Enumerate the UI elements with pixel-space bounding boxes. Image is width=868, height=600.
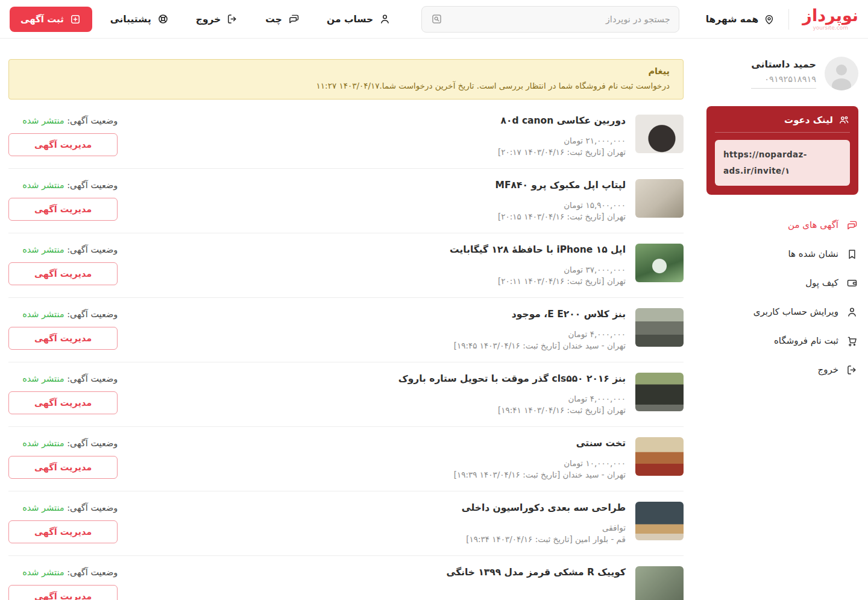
- listing-title[interactable]: اپل iPhone ۱۵ با حافظهٔ ۱۲۸ گیگابایت: [450, 244, 626, 255]
- invite-link-title: لینک دعوت: [784, 115, 833, 125]
- manage-ad-button[interactable]: مدیریت آگهی: [8, 198, 118, 221]
- listing-price: ۴,۰۰۰,۰۰۰ تومان: [398, 394, 626, 403]
- listing-thumbnail[interactable]: [635, 437, 684, 476]
- banner-title: پیغام: [22, 66, 670, 76]
- listing-row: لپتاپ اپل مکبوک پرو MF۸۴۰ ۱۵,۹۰۰,۰۰۰ توم…: [8, 169, 684, 233]
- location-pin-icon: [763, 13, 775, 25]
- listing-status: وضعیت آگهی: منتشر شده: [22, 438, 118, 448]
- listing-thumbnail[interactable]: [635, 308, 684, 347]
- sidebar-item-label: ثبت نام فروشگاه: [774, 335, 838, 346]
- listing-title[interactable]: بنز ۲۰۱۶ cls۵۵۰ گذر موقت با تحویل ستاره …: [398, 373, 626, 384]
- post-ad-button-label: ثبت آگهی: [20, 14, 64, 25]
- message-banner: پیغام درخواست ثبت نام فروشگاه شما در انت…: [8, 59, 684, 99]
- listing-thumbnail[interactable]: [635, 244, 684, 282]
- listing-row: بنز کلاس E E۲۰۰، موجود ۴,۰۰۰,۰۰۰ تومان ت…: [8, 298, 684, 362]
- listing-row: طراحی سه بعدی دکوراسیون داخلی توافقی قم …: [8, 491, 684, 556]
- person-icon: [379, 13, 391, 25]
- listing-row: دوربین عکاسی ۸۰d canon ۲۱,۰۰۰,۰۰۰ تومان …: [8, 104, 684, 169]
- sidebar-item-edit-account[interactable]: ویرایش حساب کاربری: [706, 297, 858, 326]
- invite-people-icon: [838, 114, 850, 126]
- brand-logo[interactable]: نوپرداز yoursite.com: [802, 7, 858, 31]
- sidebar-item-my-ads[interactable]: آگهی های من: [706, 210, 858, 239]
- support-lifebuoy-icon: [157, 13, 169, 25]
- listing-price: ۱۵,۹۰۰,۰۰۰ تومان: [495, 200, 626, 210]
- manage-ad-button[interactable]: مدیریت آگهی: [8, 456, 118, 479]
- listing-status: وضعیت آگهی: منتشر شده: [22, 180, 118, 190]
- nav-support-label: پشتیبانی: [110, 14, 151, 25]
- listing-status: وضعیت آگهی: منتشر شده: [22, 374, 118, 384]
- header-divider: [788, 9, 789, 30]
- listing-title[interactable]: تخت سنتی: [454, 438, 626, 449]
- sidebar-item-label: آگهی های من: [788, 219, 838, 230]
- listing-price: ۱۰,۰۰۰,۰۰۰ تومان: [454, 458, 626, 468]
- sidebar-item-label: نشان شده ها: [788, 248, 838, 259]
- listing-title[interactable]: بنز کلاس E E۲۰۰، موجود: [454, 309, 626, 320]
- status-badge: منتشر شده: [22, 180, 64, 190]
- listing-thumbnail[interactable]: [635, 373, 684, 411]
- listing-row: اپل iPhone ۱۵ با حافظهٔ ۱۲۸ گیگابایت ۳۷,…: [8, 233, 684, 298]
- manage-ad-button[interactable]: مدیریت آگهی: [8, 262, 118, 285]
- manage-ad-button[interactable]: مدیریت آگهی: [8, 391, 118, 414]
- status-label: وضعیت آگهی:: [67, 567, 118, 577]
- status-label: وضعیت آگهی:: [67, 180, 118, 190]
- listing-title[interactable]: طراحی سه بعدی دکوراسیون داخلی: [462, 502, 626, 513]
- nav-support[interactable]: پشتیبانی: [110, 13, 169, 25]
- listing-location-date: تهران [تاریخ ثبت: ۱۴۰۳/۰۴/۱۶ ۲۰:۱۷]: [498, 147, 626, 157]
- listing-thumbnail[interactable]: [635, 179, 684, 218]
- bookmark-icon: [846, 248, 858, 261]
- sidebar-item-label: خروج: [818, 364, 838, 375]
- manage-ad-button[interactable]: مدیریت آگهی: [8, 520, 118, 543]
- listing-row: تخت سنتی ۱۰,۰۰۰,۰۰۰ تومان تهران - سید خن…: [8, 427, 684, 491]
- manage-ad-button[interactable]: مدیریت آگهی: [8, 585, 118, 600]
- status-label: وضعیت آگهی:: [67, 503, 118, 513]
- status-label: وضعیت آگهی:: [67, 374, 118, 384]
- my-ads-icon: [846, 219, 858, 232]
- listing-location-date: تهران - سید خندان [تاریخ ثبت: ۱۴۰۳/۰۴/۱۶…: [454, 470, 626, 479]
- manage-ad-button[interactable]: مدیریت آگهی: [8, 327, 118, 350]
- my-ads-content: پیغام درخواست ثبت نام فروشگاه شما در انت…: [8, 39, 684, 600]
- post-ad-button[interactable]: ثبت آگهی: [10, 7, 92, 32]
- sidebar-item-register-store[interactable]: ثبت نام فروشگاه: [706, 326, 858, 355]
- listing-price: ۳۷,۰۰۰,۰۰۰ تومان: [450, 265, 626, 274]
- listing-status: وضعیت آگهی: منتشر شده: [22, 309, 118, 319]
- sidebar-item-label: کیف پول: [805, 277, 838, 288]
- city-selector-label: همه شهرها: [706, 14, 759, 25]
- nav-my-account-label: حساب من: [327, 14, 373, 25]
- nav-logout[interactable]: خروج: [196, 13, 239, 25]
- plus-square-icon: [69, 13, 81, 25]
- listing-price: ۴,۰۰۰,۰۰۰ تومان: [454, 329, 626, 339]
- listing-title[interactable]: کوییک R مشکی قرمز مدل ۱۳۹۹ خانگی: [446, 567, 626, 578]
- city-selector[interactable]: همه شهرها: [706, 13, 776, 25]
- status-badge: منتشر شده: [22, 567, 64, 577]
- user-name: حمید داستانی: [751, 58, 816, 70]
- brand-domain: yoursite.com: [802, 25, 858, 31]
- listing-status: وضعیت آگهی: منتشر شده: [22, 567, 118, 577]
- status-label: وضعیت آگهی:: [67, 245, 118, 254]
- manage-ad-button[interactable]: مدیریت آگهی: [8, 133, 118, 156]
- sidebar-item-logout[interactable]: خروج: [706, 355, 858, 384]
- search-bar[interactable]: [421, 6, 679, 33]
- listing-location-date: تهران [تاریخ ثبت: ۱۴۰۳/۰۴/۱۶ ۲۰:۱۵]: [495, 212, 626, 221]
- search-input[interactable]: [449, 14, 670, 24]
- listing-title[interactable]: لپتاپ اپل مکبوک پرو MF۸۴۰: [495, 180, 626, 191]
- listing-thumbnail[interactable]: [635, 502, 684, 540]
- nav-my-account[interactable]: حساب من: [327, 13, 391, 25]
- account-sidebar: حمید داستانی ۰۹۱۹۲۵۱۸۹۱۹ لینک دعوت https…: [706, 39, 858, 384]
- status-label: وضعیت آگهی:: [67, 116, 118, 125]
- listing-title[interactable]: دوربین عکاسی ۸۰d canon: [498, 115, 626, 126]
- listing-row: بنز ۲۰۱۶ cls۵۵۰ گذر موقت با تحویل ستاره …: [8, 362, 684, 427]
- status-label: وضعیت آگهی:: [67, 309, 118, 319]
- cart-plus-icon: [846, 335, 858, 347]
- listing-thumbnail[interactable]: [635, 115, 684, 153]
- search-icon[interactable]: [430, 13, 443, 25]
- listing-price: توافقی: [462, 523, 626, 532]
- listing-thumbnail[interactable]: [635, 566, 684, 600]
- wallet-icon: [846, 277, 858, 289]
- sidebar-item-bookmarks[interactable]: نشان شده ها: [706, 239, 858, 268]
- status-badge: منتشر شده: [22, 503, 64, 513]
- nav-chat[interactable]: چت: [265, 13, 300, 25]
- sidebar-item-wallet[interactable]: کیف پول: [706, 268, 858, 297]
- sidebar-menu: آگهی های من نشان شده ها کیف پول ویرایش ح…: [706, 210, 858, 384]
- listing-location-date: قم - بلوار امین [تاریخ ثبت: ۱۴۰۳/۰۴/۱۶ ۱…: [462, 534, 626, 544]
- invite-link-url[interactable]: https://nopardaz-ads.ir/invite/۱: [715, 140, 850, 186]
